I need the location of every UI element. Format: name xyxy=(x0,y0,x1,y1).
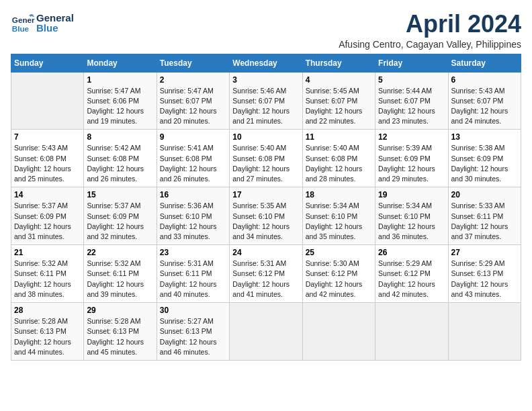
cell-info: Sunrise: 5:29 AM Sunset: 6:12 PM Dayligh… xyxy=(378,259,445,300)
calendar-cell: 17Sunrise: 5:35 AM Sunset: 6:10 PM Dayli… xyxy=(230,187,302,245)
day-number: 27 xyxy=(451,248,518,257)
svg-text:General: General xyxy=(12,15,35,24)
cell-info: Sunrise: 5:47 AM Sunset: 6:07 PM Dayligh… xyxy=(160,86,226,127)
calendar-cell: 22Sunrise: 5:32 AM Sunset: 6:11 PM Dayli… xyxy=(84,245,157,303)
day-number: 7 xyxy=(14,132,81,142)
day-number: 22 xyxy=(87,248,153,257)
page-subtitle: Afusing Centro, Cagayan Valley, Philippi… xyxy=(339,39,521,50)
cell-info: Sunrise: 5:37 AM Sunset: 6:09 PM Dayligh… xyxy=(14,201,81,242)
cell-info: Sunrise: 5:31 AM Sunset: 6:11 PM Dayligh… xyxy=(160,259,226,300)
weekday-header-cell: Wednesday xyxy=(230,54,302,72)
calendar-cell xyxy=(230,303,302,361)
cell-info: Sunrise: 5:32 AM Sunset: 6:11 PM Dayligh… xyxy=(14,259,81,300)
cell-info: Sunrise: 5:43 AM Sunset: 6:07 PM Dayligh… xyxy=(451,86,518,127)
cell-info: Sunrise: 5:36 AM Sunset: 6:10 PM Dayligh… xyxy=(160,201,226,242)
cell-info: Sunrise: 5:41 AM Sunset: 6:08 PM Dayligh… xyxy=(160,143,226,184)
title-block: April 2024 Afusing Centro, Cagayan Valle… xyxy=(339,11,521,50)
day-number: 15 xyxy=(87,190,153,199)
cell-info: Sunrise: 5:34 AM Sunset: 6:10 PM Dayligh… xyxy=(306,201,372,242)
calendar-week-row: 7Sunrise: 5:43 AM Sunset: 6:08 PM Daylig… xyxy=(11,130,521,187)
calendar-cell: 18Sunrise: 5:34 AM Sunset: 6:10 PM Dayli… xyxy=(302,187,375,245)
calendar-week-row: 21Sunrise: 5:32 AM Sunset: 6:11 PM Dayli… xyxy=(11,245,521,303)
calendar-cell: 26Sunrise: 5:29 AM Sunset: 6:12 PM Dayli… xyxy=(375,245,448,303)
day-number: 24 xyxy=(232,248,299,257)
cell-info: Sunrise: 5:47 AM Sunset: 6:06 PM Dayligh… xyxy=(87,86,153,127)
day-number: 21 xyxy=(14,248,81,257)
weekday-header-cell: Friday xyxy=(375,54,448,72)
calendar-cell: 30Sunrise: 5:27 AM Sunset: 6:13 PM Dayli… xyxy=(157,303,229,361)
weekday-header-cell: Thursday xyxy=(302,54,375,72)
day-number: 3 xyxy=(232,75,299,85)
cell-info: Sunrise: 5:29 AM Sunset: 6:13 PM Dayligh… xyxy=(451,259,518,300)
day-number: 14 xyxy=(14,190,81,199)
calendar-cell: 28Sunrise: 5:28 AM Sunset: 6:13 PM Dayli… xyxy=(11,303,84,361)
day-number: 9 xyxy=(160,132,226,142)
logo-general: General xyxy=(36,13,74,23)
weekday-header-row: SundayMondayTuesdayWednesdayThursdayFrid… xyxy=(11,54,521,72)
cell-info: Sunrise: 5:40 AM Sunset: 6:08 PM Dayligh… xyxy=(232,143,299,184)
cell-info: Sunrise: 5:44 AM Sunset: 6:07 PM Dayligh… xyxy=(378,86,445,127)
page-header: General Blue GeneralBlue April 2024 Afus… xyxy=(11,11,521,50)
calendar-week-row: 1Sunrise: 5:47 AM Sunset: 6:06 PM Daylig… xyxy=(11,72,521,130)
day-number: 20 xyxy=(451,190,518,199)
calendar-cell: 16Sunrise: 5:36 AM Sunset: 6:10 PM Dayli… xyxy=(157,187,229,245)
svg-text:Blue: Blue xyxy=(12,24,30,33)
calendar-cell: 14Sunrise: 5:37 AM Sunset: 6:09 PM Dayli… xyxy=(11,187,84,245)
calendar-cell: 3Sunrise: 5:46 AM Sunset: 6:07 PM Daylig… xyxy=(230,72,302,130)
cell-info: Sunrise: 5:27 AM Sunset: 6:13 PM Dayligh… xyxy=(160,316,226,357)
calendar-week-row: 14Sunrise: 5:37 AM Sunset: 6:09 PM Dayli… xyxy=(11,187,521,245)
day-number: 10 xyxy=(232,132,299,142)
calendar-cell xyxy=(375,303,448,361)
day-number: 13 xyxy=(451,132,518,142)
logo: General Blue GeneralBlue xyxy=(11,11,74,35)
cell-info: Sunrise: 5:38 AM Sunset: 6:09 PM Dayligh… xyxy=(451,143,518,184)
day-number: 16 xyxy=(160,190,226,199)
day-number: 8 xyxy=(87,132,153,142)
calendar-cell: 1Sunrise: 5:47 AM Sunset: 6:06 PM Daylig… xyxy=(84,72,157,130)
cell-info: Sunrise: 5:31 AM Sunset: 6:12 PM Dayligh… xyxy=(232,259,299,300)
calendar-cell xyxy=(11,72,84,130)
day-number: 19 xyxy=(378,190,445,199)
day-number: 28 xyxy=(14,306,81,315)
weekday-header-cell: Saturday xyxy=(448,54,521,72)
cell-info: Sunrise: 5:32 AM Sunset: 6:11 PM Dayligh… xyxy=(87,259,153,300)
day-number: 29 xyxy=(87,306,153,315)
calendar-cell: 13Sunrise: 5:38 AM Sunset: 6:09 PM Dayli… xyxy=(448,130,521,187)
calendar-cell: 9Sunrise: 5:41 AM Sunset: 6:08 PM Daylig… xyxy=(157,130,229,187)
cell-info: Sunrise: 5:30 AM Sunset: 6:12 PM Dayligh… xyxy=(306,259,372,300)
day-number: 12 xyxy=(378,132,445,142)
calendar-cell: 21Sunrise: 5:32 AM Sunset: 6:11 PM Dayli… xyxy=(11,245,84,303)
calendar-cell: 10Sunrise: 5:40 AM Sunset: 6:08 PM Dayli… xyxy=(230,130,302,187)
calendar-cell: 4Sunrise: 5:45 AM Sunset: 6:07 PM Daylig… xyxy=(302,72,375,130)
weekday-header-cell: Sunday xyxy=(11,54,84,72)
cell-info: Sunrise: 5:39 AM Sunset: 6:09 PM Dayligh… xyxy=(378,143,445,184)
day-number: 4 xyxy=(306,75,372,85)
day-number: 1 xyxy=(87,75,153,85)
calendar-cell: 7Sunrise: 5:43 AM Sunset: 6:08 PM Daylig… xyxy=(11,130,84,187)
logo-text: GeneralBlue xyxy=(36,13,74,33)
day-number: 17 xyxy=(232,190,299,199)
cell-info: Sunrise: 5:45 AM Sunset: 6:07 PM Dayligh… xyxy=(306,86,372,127)
cell-info: Sunrise: 5:37 AM Sunset: 6:09 PM Dayligh… xyxy=(87,201,153,242)
cell-info: Sunrise: 5:46 AM Sunset: 6:07 PM Dayligh… xyxy=(232,86,299,127)
cell-info: Sunrise: 5:33 AM Sunset: 6:11 PM Dayligh… xyxy=(451,201,518,242)
day-number: 25 xyxy=(306,248,372,257)
day-number: 23 xyxy=(160,248,226,257)
calendar-cell: 5Sunrise: 5:44 AM Sunset: 6:07 PM Daylig… xyxy=(375,72,448,130)
calendar-cell: 24Sunrise: 5:31 AM Sunset: 6:12 PM Dayli… xyxy=(230,245,302,303)
weekday-header-cell: Tuesday xyxy=(157,54,229,72)
calendar-cell: 27Sunrise: 5:29 AM Sunset: 6:13 PM Dayli… xyxy=(448,245,521,303)
calendar-body: 1Sunrise: 5:47 AM Sunset: 6:06 PM Daylig… xyxy=(11,72,521,360)
day-number: 26 xyxy=(378,248,445,257)
cell-info: Sunrise: 5:28 AM Sunset: 6:13 PM Dayligh… xyxy=(14,316,81,357)
calendar-cell: 19Sunrise: 5:34 AM Sunset: 6:10 PM Dayli… xyxy=(375,187,448,245)
calendar-cell: 20Sunrise: 5:33 AM Sunset: 6:11 PM Dayli… xyxy=(448,187,521,245)
cell-info: Sunrise: 5:35 AM Sunset: 6:10 PM Dayligh… xyxy=(232,201,299,242)
calendar-cell: 25Sunrise: 5:30 AM Sunset: 6:12 PM Dayli… xyxy=(302,245,375,303)
calendar-cell: 15Sunrise: 5:37 AM Sunset: 6:09 PM Dayli… xyxy=(84,187,157,245)
day-number: 5 xyxy=(378,75,445,85)
calendar-cell: 2Sunrise: 5:47 AM Sunset: 6:07 PM Daylig… xyxy=(157,72,229,130)
day-number: 6 xyxy=(451,75,518,85)
calendar-table: SundayMondayTuesdayWednesdayThursdayFrid… xyxy=(11,54,521,361)
calendar-cell xyxy=(448,303,521,361)
